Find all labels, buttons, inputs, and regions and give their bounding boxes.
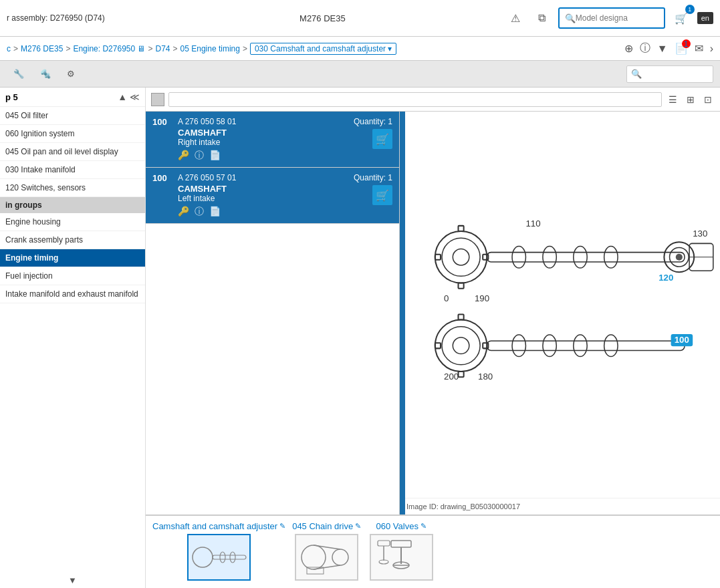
svg-point-2 (453, 249, 469, 265)
svg-point-10 (574, 246, 587, 268)
svg-rect-5 (458, 226, 463, 231)
model-search-box[interactable]: 🔍 (558, 7, 665, 29)
svg-rect-29 (487, 341, 685, 350)
svg-point-24 (453, 337, 469, 353)
part-row-2[interactable]: 100 A 276 050 57 01 CAMSHAFT Left intake… (146, 168, 399, 224)
breadcrumb-m276[interactable]: M276 DE35 (21, 44, 63, 53)
part-info-icon-1[interactable]: 🔑 (178, 150, 189, 162)
svg-point-41 (230, 552, 235, 563)
sidebar-item-intake-manifold[interactable]: 030 Intake manifold (0, 161, 145, 179)
tab-wrench[interactable]: 🔩 (33, 65, 57, 83)
part-doc-icon-1[interactable]: ⓘ (195, 150, 204, 162)
add-to-cart-btn-1[interactable]: 🛒 (372, 129, 392, 149)
thumb-edit-icon-1[interactable]: ✎ (279, 522, 285, 531)
sidebar-collapse-icon[interactable]: ▲ (118, 92, 127, 102)
tab-search-icon: 🔍 (631, 69, 642, 79)
svg-point-31 (543, 335, 556, 357)
svg-text:200: 200 (444, 372, 459, 382)
svg-point-8 (512, 246, 525, 268)
sidebar-item-fuel-injection[interactable]: Fuel injection (0, 267, 145, 285)
sidebar-item-engine-timing[interactable]: Engine timing (0, 249, 145, 267)
cart-badge: 1 (685, 5, 695, 14)
breadcrumb-engine-timing[interactable]: 05 Engine timing (181, 44, 240, 53)
info-icon[interactable]: ⓘ (640, 41, 650, 55)
thumb-item-2[interactable]: 045 Chain drive ✎ (292, 521, 361, 581)
more-icon[interactable]: › (710, 43, 713, 55)
part-qty-2: Quantity: 1 🛒 (354, 173, 392, 205)
thumb-label-3: 060 Valves ✎ (376, 521, 427, 531)
part-doc-icon-2[interactable]: ⓘ (195, 206, 204, 218)
lang-badge[interactable]: en (697, 12, 713, 24)
svg-point-38 (193, 547, 213, 567)
sidebar-scroll-down[interactable]: ▼ (0, 573, 145, 588)
svg-line-44 (314, 545, 340, 549)
sidebar-expand-icon[interactable]: ≪ (130, 92, 140, 102)
sidebar-item-oil-filter[interactable]: 045 Oil filter (0, 107, 145, 125)
breadcrumb-c[interactable]: c (7, 44, 11, 53)
svg-point-1 (442, 238, 480, 276)
svg-point-9 (543, 246, 556, 268)
split-view: 100 A 276 050 58 01 CAMSHAFT Right intak… (146, 112, 720, 514)
svg-text:100: 100 (675, 335, 689, 345)
add-to-cart-btn-2[interactable]: 🛒 (372, 185, 392, 205)
svg-point-23 (442, 327, 480, 365)
thumb-item-3[interactable]: 060 Valves ✎ (368, 521, 435, 581)
sidebar-item-switches[interactable]: 120 Switches, sensors (0, 179, 145, 197)
svg-rect-7 (487, 252, 685, 261)
svg-text:130: 130 (693, 229, 707, 239)
tab-search-box[interactable]: 🔍 (626, 65, 713, 83)
svg-text:110: 110 (525, 218, 540, 229)
zoom-in-icon[interactable]: ⊕ (624, 42, 633, 55)
part-info-icon-2[interactable]: 🔑 (178, 206, 189, 218)
part-pos-2: 100 (152, 173, 171, 183)
sidebar-item-intake-exhaust[interactable]: Intake manifold and exhaust manifold (0, 285, 145, 303)
part-row-1[interactable]: 100 A 276 050 58 01 CAMSHAFT Right intak… (146, 112, 399, 168)
svg-rect-27 (458, 314, 463, 319)
breadcrumb-engine[interactable]: Engine: D276950 🖥 (73, 44, 145, 53)
parts-list: 100 A 276 050 58 01 CAMSHAFT Right intak… (146, 112, 400, 514)
notif-badge: 1 (682, 39, 691, 48)
sidebar-section-in-groups: in groups (0, 197, 145, 213)
parts-search-input[interactable] (168, 92, 662, 107)
breadcrumb-dropdown[interactable]: 030 Camshaft and camshaft adjuster ▾ (250, 43, 396, 55)
expand-view-icon[interactable]: ⊡ (701, 93, 715, 106)
svg-text:180: 180 (478, 372, 493, 382)
sidebar-item-oil-pan[interactable]: 045 Oil pan and oil level display (0, 143, 145, 161)
sidebar-item-crank-assembly[interactable]: Crank assembly parts (0, 231, 145, 249)
tab-bar: 🔧 🔩 ⚙ 🔍 (0, 61, 720, 88)
tab-search-input[interactable] (642, 69, 709, 79)
part-print-icon-2[interactable]: 📄 (209, 206, 221, 218)
thumb-img-2 (295, 534, 358, 581)
model-search-input[interactable] (576, 13, 649, 23)
part-name-2: CAMSHAFT (178, 184, 347, 194)
list-view-icon[interactable]: ☰ (666, 93, 680, 106)
sidebar-header: p 5 ▲ ≪ (0, 88, 145, 107)
part-icons-2: 🔑 ⓘ 📄 (178, 206, 347, 218)
svg-point-42 (302, 545, 326, 569)
tab-engine[interactable]: 🔧 (7, 65, 31, 83)
sidebar-item-engine-housing[interactable]: Engine housing (0, 213, 145, 231)
part-pos-1: 100 (152, 117, 171, 127)
diagram-left-strip (400, 112, 405, 514)
part-code-1: A 276 050 58 01 (178, 117, 347, 126)
grid-view-icon[interactable]: ⊞ (684, 93, 697, 106)
svg-point-22 (435, 319, 487, 371)
part-code-2: A 276 050 57 01 (178, 173, 347, 182)
thumb-edit-icon-3[interactable]: ✎ (421, 522, 427, 531)
cart-icon-btn[interactable]: 🛒 1 (671, 7, 692, 29)
thumb-item-1[interactable]: Camshaft and camshaft adjuster ✎ (152, 521, 285, 581)
warning-icon-btn[interactable]: ⚠ (505, 7, 526, 29)
filter-icon[interactable]: ▼ (657, 43, 668, 55)
svg-rect-47 (391, 541, 411, 547)
tab-gear[interactable]: ⚙ (60, 65, 82, 83)
part-print-icon-1[interactable]: 📄 (209, 150, 221, 162)
mail-icon[interactable]: ✉ (695, 42, 703, 55)
copy-icon-btn[interactable]: ⧉ (531, 7, 553, 29)
breadcrumb-d74[interactable]: D74 (156, 44, 170, 53)
sidebar-item-ignition[interactable]: 060 Ignition system (0, 125, 145, 143)
wrench-icon: 🔩 (40, 69, 51, 79)
sidebar-header-icons: ▲ ≪ (118, 92, 140, 102)
thumb-edit-icon-2[interactable]: ✎ (355, 522, 361, 531)
svg-rect-3 (435, 255, 441, 260)
doc-notif-icon[interactable]: 📄 1 (675, 42, 688, 55)
